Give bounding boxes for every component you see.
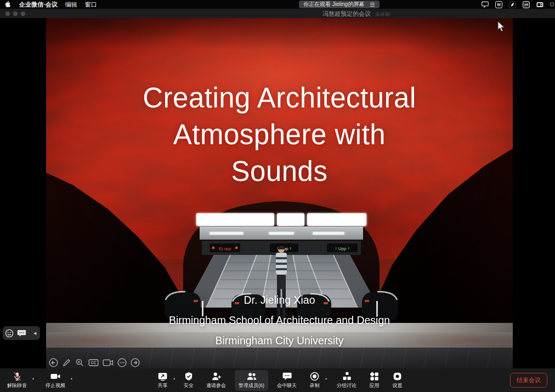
mic-muted-icon: [12, 371, 22, 382]
ink-app-menu-icon[interactable]: [509, 1, 516, 8]
captions-icon: CC: [88, 358, 99, 367]
w-app-menu-icon[interactable]: W: [495, 1, 502, 8]
slide-title-line: Atmosphere with: [46, 116, 513, 153]
chat-bubble-icon[interactable]: [17, 329, 26, 337]
apple-logo-icon: [4, 1, 10, 8]
screen-share-banner-text: 你正在观看 Jieling的屏幕: [303, 1, 364, 8]
end-meeting-button[interactable]: 结束会议: [510, 373, 547, 388]
window-close-button[interactable]: [5, 12, 10, 16]
slide-author-block: Dr. Jieling Xiao Birmingham School of Ar…: [46, 294, 513, 355]
record-icon: [309, 371, 320, 382]
menu-window[interactable]: 窗口: [85, 1, 97, 9]
slide-title-line: Creating Architectural: [46, 79, 513, 116]
sign-ej-upp: Ej upp: [209, 243, 240, 252]
manage-members-button[interactable]: 管理成员(6): [235, 370, 268, 391]
window-zoom-button[interactable]: [21, 12, 25, 16]
breakout-icon: [342, 371, 352, 382]
reactions-panel: ◀: [3, 326, 40, 340]
menu-edit[interactable]: 编辑: [65, 1, 77, 9]
menu-app-name[interactable]: 企业微信·会议: [19, 1, 58, 9]
more-options-icon: [117, 358, 127, 367]
unmute-button[interactable]: 解除静音 ▲: [3, 370, 31, 391]
collapse-left-icon[interactable]: ◀: [30, 329, 38, 337]
window-minimize-button[interactable]: [13, 12, 18, 16]
pen-icon: [62, 358, 71, 367]
previous-slide-icon: [49, 358, 58, 367]
smiley-icon[interactable]: [5, 329, 14, 338]
input-source-menu-icon[interactable]: [536, 1, 543, 8]
slide-affiliation: Birmingham School of Architecture and De…: [46, 314, 513, 334]
chat-bubble-menu-icon[interactable]: [482, 1, 489, 8]
svg-text:↑ Upp ↑: ↑ Upp ↑: [335, 246, 349, 251]
slide-title: Creating Architectural Atmosphere with S…: [46, 79, 513, 190]
share-button[interactable]: 共享 ▲: [154, 370, 172, 391]
record-options-caret[interactable]: ▲: [325, 377, 327, 380]
zoom-icon: [75, 358, 84, 367]
slide-university: Birmingham City University: [46, 334, 513, 355]
share-options-caret[interactable]: ▲: [173, 377, 175, 380]
invite-button[interactable]: 邀请参会: [202, 370, 230, 391]
slide-title-line: Sounds: [46, 153, 513, 190]
shield-check-icon: [184, 371, 194, 382]
invite-person-icon: [211, 371, 222, 382]
svg-text:CC: CC: [90, 361, 96, 365]
meeting-title-status: 未录制: [375, 12, 390, 17]
sign-upp-right: ↑ Upp ↑: [327, 243, 358, 252]
meeting-title-text: 冯慧超预定的会议: [322, 10, 371, 17]
window-title-bar: 冯慧超预定的会议未录制: [0, 9, 555, 18]
window-title: 冯慧超预定的会议未录制: [322, 10, 390, 18]
video-options-caret[interactable]: ▲: [70, 377, 73, 380]
stop-video-button[interactable]: 停止视频 ▲: [42, 370, 69, 391]
breakout-button[interactable]: 分组讨论: [333, 370, 360, 391]
unmute-options-caret[interactable]: ▲: [32, 377, 35, 380]
next-slide-icon: [131, 358, 140, 367]
screen-share-banner[interactable]: 你正在观看 Jieling的屏幕: [299, 1, 380, 8]
mouse-cursor: [497, 21, 506, 32]
video-icon: [103, 358, 114, 367]
settings-button[interactable]: 设置: [388, 370, 406, 391]
share-screen-icon: [157, 371, 168, 382]
members-icon: [246, 371, 257, 382]
presenter-controls: CC: [49, 358, 140, 367]
meeting-chat-button[interactable]: 会中聊天: [273, 370, 301, 391]
youdao-menu-icon[interactable]: yd: [523, 1, 530, 8]
settings-gear-icon: [392, 371, 403, 382]
meeting-window: 企业微信·会议 编辑 窗口 你正在观看 Jieling的屏幕 W yd: [0, 0, 555, 392]
meeting-toolbar: 解除静音 ▲ 停止视频 ▲: [0, 368, 555, 392]
camera-icon: [50, 371, 61, 382]
shared-screen-stage: Ej upp ↑ Upp ↑ ↑ Upp ↑: [0, 18, 555, 368]
svg-text:Ej upp: Ej upp: [219, 246, 231, 251]
record-button[interactable]: 录制 ▲: [305, 370, 324, 391]
apple-menu[interactable]: [4, 1, 10, 9]
presentation-slide: Ej upp ↑ Upp ↑ ↑ Upp ↑: [46, 18, 513, 368]
apps-button[interactable]: 应用: [365, 370, 383, 391]
clipped-menu-icon[interactable]: [550, 1, 554, 8]
security-button[interactable]: 安全: [180, 370, 197, 391]
slide-author-name: Dr. Jieling Xiao: [46, 294, 513, 314]
banner-lines-icon: [370, 2, 375, 7]
apps-icon: [369, 371, 380, 382]
meeting-chat-icon: [282, 371, 292, 382]
macos-menu-bar: 企业微信·会议 编辑 窗口 你正在观看 Jieling的屏幕 W yd: [0, 0, 555, 9]
